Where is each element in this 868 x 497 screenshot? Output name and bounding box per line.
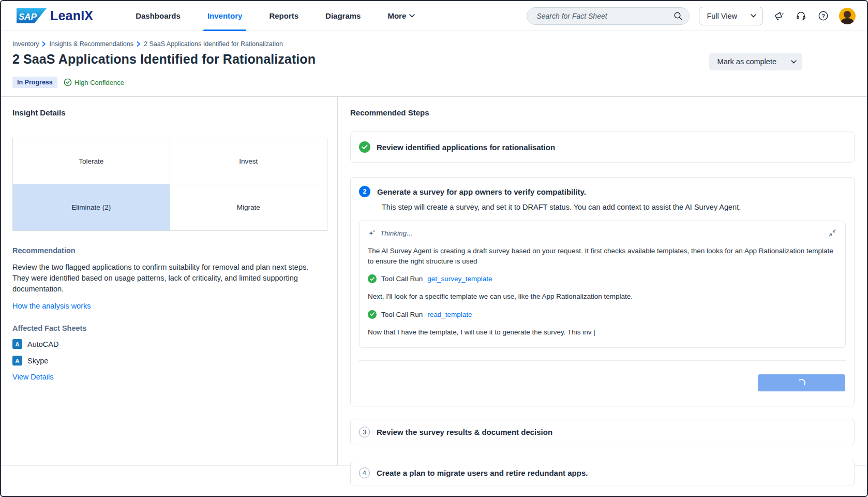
- avatar-shoulders: [841, 18, 854, 24]
- matrix-cell-tolerate[interactable]: Tolerate: [13, 138, 170, 184]
- tool-call-row-2: Tool Call Run read_template: [368, 310, 837, 319]
- step-4-title: Create a plan to migrate users and retir…: [377, 469, 588, 477]
- nav-more-label: More: [387, 11, 406, 20]
- breadcrumb-inventory[interactable]: Inventory: [12, 40, 39, 48]
- headset-icon: [796, 10, 806, 21]
- thinking-paragraph-1: The AI Survey Agent is creating a draft …: [368, 246, 837, 266]
- tool-call-link-read-template[interactable]: read_template: [427, 311, 472, 318]
- page-title: 2 SaaS Applications Identified for Ratio…: [12, 52, 316, 67]
- view-details-link[interactable]: View Details: [12, 373, 54, 381]
- thinking-paragraph-2: Next, I'll look for a specific template …: [368, 291, 837, 302]
- confidence-badge: High Confidence: [64, 78, 124, 86]
- collapse-icon: [829, 229, 836, 237]
- divider: [359, 360, 846, 361]
- step-2-number-badge: 2: [359, 186, 370, 197]
- application-fact-sheet-icon: A: [12, 356, 22, 366]
- chevron-down-icon: [751, 14, 756, 18]
- recommended-steps-heading: Recommended Steps: [350, 108, 855, 117]
- search-input[interactable]: [535, 11, 674, 21]
- fact-sheet-row-skype[interactable]: A Skype: [12, 356, 326, 366]
- nav-tab-inventory[interactable]: Inventory: [196, 1, 254, 31]
- user-avatar[interactable]: [839, 8, 856, 24]
- step-1-title: Review identified applications for ratio…: [377, 143, 555, 152]
- rationalization-matrix: Tolerate Invest Eliminate (2) Migrate: [12, 138, 327, 231]
- view-selector-dropdown[interactable]: Full View: [699, 7, 763, 25]
- chevron-down-icon: [409, 14, 415, 18]
- avatar-head: [844, 11, 851, 18]
- recommendation-heading: Recommendation: [12, 246, 326, 255]
- nav-tab-more[interactable]: More: [376, 1, 426, 31]
- sap-leanix-logo[interactable]: SAP LeanIX: [17, 8, 93, 23]
- step-2-description: This step will create a survey, and set …: [382, 203, 846, 211]
- breadcrumb-insights[interactable]: Insights & Recommendations: [49, 40, 133, 48]
- thinking-paragraph-3: Now that I have the template, I will use…: [368, 327, 837, 338]
- application-fact-sheet-icon: A: [12, 339, 22, 349]
- tool-call-prefix: Tool Call Run: [381, 275, 423, 283]
- breadcrumb-current: 2 SaaS Applications Identified for Ratio…: [144, 40, 283, 48]
- announcements-button[interactable]: [772, 9, 785, 22]
- recommended-steps-panel: Recommended Steps Review identified appl…: [338, 97, 867, 465]
- nav-tab-dashboards[interactable]: Dashboards: [124, 1, 192, 31]
- badge-row: In Progress High Confidence: [1, 70, 867, 96]
- matrix-cell-invest[interactable]: Invest: [170, 138, 327, 184]
- confidence-badge-label: High Confidence: [74, 79, 124, 86]
- step-2-card: 2 Generate a survey for app owners to ve…: [350, 177, 855, 406]
- matrix-cell-eliminate[interactable]: Eliminate (2): [13, 184, 170, 230]
- primary-nav: Dashboards Inventory Reports Diagrams Mo…: [124, 1, 426, 31]
- step-2-actions: [359, 374, 846, 391]
- fact-sheet-name: AutoCAD: [27, 340, 58, 348]
- step-1-card[interactable]: Review identified applications for ratio…: [350, 131, 855, 163]
- tool-call-row-1: Tool Call Run get_survey_template: [368, 274, 837, 283]
- step-done-check-icon: [359, 141, 370, 153]
- fact-sheet-row-autocad[interactable]: A AutoCAD: [12, 339, 326, 349]
- step-4-card[interactable]: 4 Create a plan to migrate users and ret…: [350, 460, 855, 486]
- affected-fact-sheets-heading: Affected Fact Sheets: [12, 324, 326, 332]
- matrix-cell-migrate[interactable]: Migrate: [170, 184, 327, 230]
- step-3-number-badge: 3: [359, 427, 370, 437]
- svg-text:SAP: SAP: [19, 11, 37, 22]
- tool-success-check-icon: [368, 274, 377, 283]
- leanix-wordmark: LeanIX: [50, 8, 93, 23]
- main-content: Insight Details Tolerate Invest Eliminat…: [1, 96, 867, 466]
- question-mark-icon: ?: [818, 10, 829, 21]
- recommendation-text: Review the two flagged applications to c…: [12, 262, 326, 295]
- svg-text:?: ?: [821, 13, 825, 19]
- support-button[interactable]: [795, 9, 807, 22]
- collapse-panel-button[interactable]: [828, 228, 837, 238]
- sap-logo-icon: SAP: [17, 8, 47, 23]
- app-window: SAP LeanIX Dashboards Inventory Reports …: [0, 0, 868, 497]
- header-actions: Full View: [527, 7, 856, 25]
- generate-survey-loading-button[interactable]: [758, 374, 845, 391]
- status-badge: In Progress: [12, 77, 57, 88]
- step-3-title: Review the survey results & document dec…: [377, 428, 552, 436]
- chevron-right-icon: [137, 41, 141, 47]
- tool-success-check-icon: [368, 310, 377, 319]
- ai-thinking-box: Thinking... The AI Survey Agent is creat…: [359, 221, 846, 348]
- step-2-title: Generate a survey for app owners to veri…: [377, 187, 586, 196]
- tool-call-link-get-survey-template[interactable]: get_survey_template: [427, 275, 492, 283]
- how-analysis-works-link[interactable]: How the analysis works: [12, 302, 91, 310]
- tool-call-prefix: Tool Call Run: [381, 311, 423, 318]
- insight-details-panel: Insight Details Tolerate Invest Eliminat…: [1, 97, 338, 465]
- check-circle-icon: [64, 78, 72, 86]
- view-selector-value: Full View: [707, 12, 737, 20]
- step-2-header: 2 Generate a survey for app owners to ve…: [359, 186, 846, 197]
- fact-sheet-name: Skype: [27, 357, 48, 365]
- breadcrumb: Inventory Insights & Recommendations 2 S…: [1, 31, 867, 48]
- title-row: 2 SaaS Applications Identified for Ratio…: [1, 48, 867, 70]
- sparkle-ai-icon: [368, 229, 376, 237]
- insight-details-heading: Insight Details: [12, 108, 326, 117]
- help-button[interactable]: ?: [817, 9, 830, 22]
- chevron-right-icon: [42, 41, 46, 47]
- top-nav-bar: SAP LeanIX Dashboards Inventory Reports …: [1, 1, 867, 31]
- thinking-header: Thinking...: [368, 228, 837, 238]
- nav-tab-diagrams[interactable]: Diagrams: [314, 1, 372, 31]
- mark-complete-caret-button[interactable]: [785, 53, 802, 70]
- fact-sheet-search[interactable]: [527, 7, 690, 25]
- search-icon: [674, 11, 683, 21]
- nav-tab-reports[interactable]: Reports: [258, 1, 310, 31]
- mark-complete-button[interactable]: Mark as complete: [709, 53, 785, 70]
- chevron-down-icon: [791, 60, 797, 64]
- step-3-card[interactable]: 3 Review the survey results & document d…: [350, 419, 855, 445]
- mark-complete-split-button: Mark as complete: [709, 53, 802, 70]
